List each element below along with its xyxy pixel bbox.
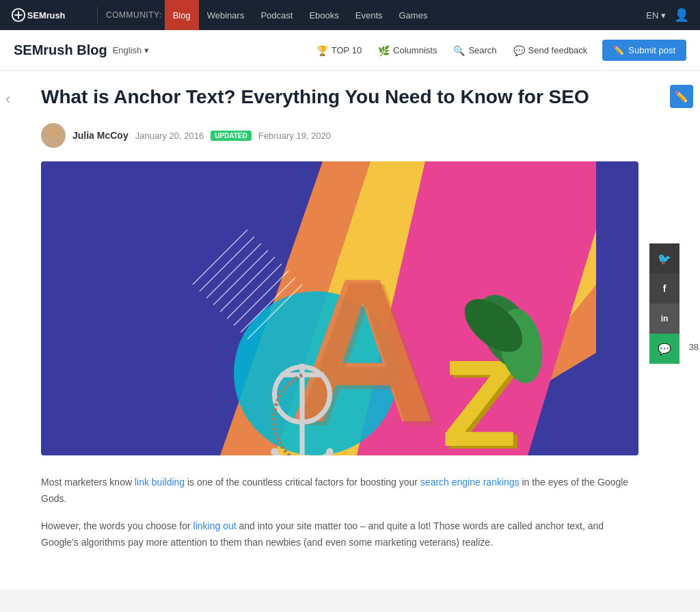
top-navigation: SEMrush COMMUNITY: Blog Webinars Podcast… <box>0 0 700 30</box>
author-avatar <box>41 123 66 148</box>
facebook-share-button[interactable]: f <box>649 274 679 304</box>
article-meta: Julia McCoy January 20, 2016 UPDATED Feb… <box>41 123 673 148</box>
author-name[interactable]: Julia McCoy <box>72 130 129 141</box>
edit-icon: ✏️ <box>675 90 688 103</box>
blog-header: SEMrush Blog English ▾ 🏆 TOP 10 🌿 Column… <box>0 30 700 71</box>
updated-badge: UPDATED <box>211 131 252 141</box>
columnists-link[interactable]: 🌿 Columnists <box>371 41 444 60</box>
comment-button[interactable]: 💬 38 <box>649 334 679 364</box>
facebook-icon: f <box>663 283 667 294</box>
svg-point-29 <box>326 449 334 456</box>
nav-webinars[interactable]: Webinars <box>199 0 253 30</box>
language-dropdown[interactable]: English ▾ <box>113 45 150 55</box>
svg-text:A: A <box>293 239 441 455</box>
nav-games[interactable]: Games <box>391 0 436 30</box>
nav-divider <box>97 7 98 23</box>
article-title: What is Anchor Text? Everything You Need… <box>41 85 638 109</box>
language-selector[interactable]: EN ▾ <box>646 10 666 21</box>
logo[interactable]: SEMrush <box>11 5 86 25</box>
linkedin-icon: in <box>661 314 669 323</box>
nav-links: Blog Webinars Podcast Ebooks Events Game… <box>165 0 436 30</box>
social-sidebar: 🐦 f in 💬 38 <box>649 243 679 364</box>
nav-events[interactable]: Events <box>347 0 391 30</box>
linkedin-share-button[interactable]: in <box>649 304 679 334</box>
submit-post-button[interactable]: ✏️ Submit post <box>602 40 686 61</box>
blog-nav: 🏆 TOP 10 🌿 Columnists 🔍 Search 💬 Send fe… <box>310 40 686 61</box>
twitter-icon: 🐦 <box>658 252 671 265</box>
updated-date: February 19, 2020 <box>258 131 331 141</box>
feedback-icon: 💬 <box>513 45 525 56</box>
user-icon[interactable]: 👤 <box>674 8 689 23</box>
community-label: COMMUNITY: <box>106 10 162 20</box>
hero-image: A A Z Z <box>41 161 638 455</box>
svg-text:SEMrush: SEMrush <box>27 10 66 21</box>
main-content: ‹ ✏️ What is Anchor Text? Everything You… <box>0 71 700 589</box>
link-building-link[interactable]: link building <box>135 477 185 488</box>
nav-ebooks[interactable]: Ebooks <box>301 0 347 30</box>
nav-blog[interactable]: Blog <box>165 0 199 30</box>
back-button[interactable]: ‹ <box>5 90 10 108</box>
feedback-link[interactable]: 💬 Send feedback <box>507 41 595 60</box>
publish-date: January 20, 2016 <box>135 131 204 141</box>
comment-icon: 💬 <box>658 343 671 356</box>
pencil-icon: ✏️ <box>613 45 624 55</box>
article-paragraph-2: However, the words you choose for linkin… <box>41 518 632 551</box>
edit-button[interactable]: ✏️ <box>670 85 693 108</box>
top-nav-right: EN ▾ 👤 <box>646 8 689 23</box>
search-icon: 🔍 <box>453 45 465 56</box>
svg-point-6 <box>49 128 58 137</box>
twitter-share-button[interactable]: 🐦 <box>649 243 679 274</box>
search-link[interactable]: 🔍 Search <box>446 41 503 60</box>
top10-link[interactable]: 🏆 TOP 10 <box>310 41 368 60</box>
article-body: Most marketers know link building is one… <box>41 475 632 550</box>
svg-point-28 <box>271 449 278 456</box>
trophy-icon: 🏆 <box>317 45 328 56</box>
nav-podcast[interactable]: Podcast <box>252 0 301 30</box>
columnists-icon: 🌿 <box>378 45 390 56</box>
linking-out-link[interactable]: linking out <box>193 520 237 531</box>
blog-title: SEMrush Blog <box>14 42 107 58</box>
search-engine-link[interactable]: search engine rankings <box>420 477 520 488</box>
comment-count: 38 <box>689 342 699 352</box>
article-paragraph-1: Most marketers know link building is one… <box>41 475 632 507</box>
